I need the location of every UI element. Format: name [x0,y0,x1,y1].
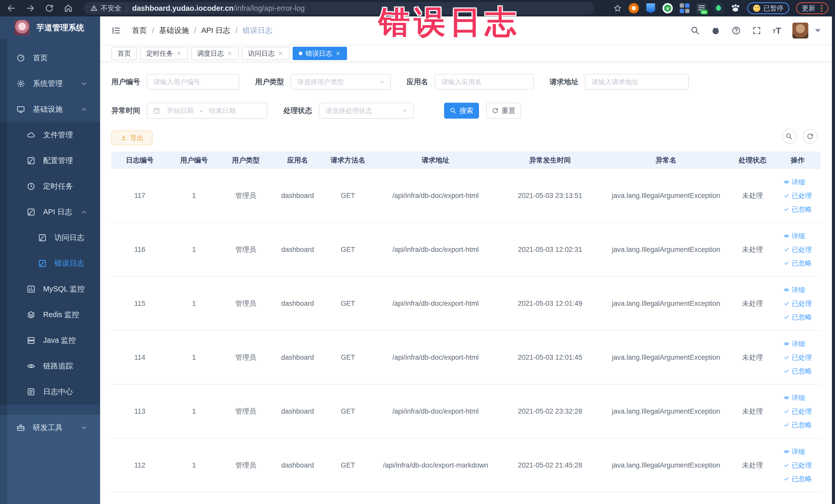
fullscreen-icon[interactable] [752,26,761,35]
action-link[interactable]: 已忽略 [783,475,812,483]
sidebar-item[interactable]: MySQL 监控 [0,276,100,302]
breadcrumb-item[interactable]: 首页 [132,25,147,36]
page-tab[interactable]: 调度日志 [191,47,239,60]
address-bar[interactable]: 不安全 dashboard.yudao.iocoder.cn /infra/lo… [84,2,594,14]
action-link[interactable]: 详细 [783,447,805,456]
profile-paused-chip[interactable]: 已暂停 [747,2,789,14]
cell-method: GET [323,300,372,308]
action-link[interactable]: 详细 [783,285,805,295]
sidebar-item[interactable]: API 日志 [0,199,100,225]
back-icon[interactable] [7,4,16,13]
action-link[interactable]: 已忽略 [783,367,812,376]
search-icon[interactable] [691,26,700,35]
close-tab-icon[interactable] [278,51,283,56]
app-name-input[interactable] [435,74,534,90]
forward-icon[interactable] [26,4,35,13]
help-icon[interactable] [732,26,741,35]
sidebar-item[interactable]: 首页 [0,45,100,71]
sidebar-item[interactable]: 文件管理 [0,122,100,148]
font-size-icon[interactable]: TT [773,27,781,35]
action-link[interactable]: 已处理 [783,407,812,416]
action-link[interactable]: 已处理 [783,245,812,254]
collapse-sidebar-icon[interactable] [111,26,121,36]
action-link[interactable]: 已忽略 [783,259,812,268]
sidebar-item[interactable]: 链路追踪 [0,353,100,379]
home-icon[interactable] [64,4,73,13]
user-id-input[interactable] [147,74,239,90]
orange-extension-icon[interactable] [629,3,639,13]
action-link[interactable]: 已处理 [783,191,812,200]
page-tab[interactable]: 定时任务 [140,47,188,60]
user-type-select[interactable]: 请选择用户类型 [290,74,391,90]
avatar[interactable] [792,23,808,39]
date-range-picker[interactable]: 开始日期 - 结束日期 [147,103,267,119]
export-button[interactable]: 导出 [111,130,152,145]
close-tab-icon[interactable] [176,51,182,56]
sidebar-item[interactable]: 访问日志 [0,225,100,250]
breadcrumb-item[interactable]: 基础设施 [159,25,189,36]
action-link[interactable]: 详细 [783,231,805,241]
browser-update-button[interactable]: 更新 [796,2,828,14]
green-check-extension-icon[interactable]: v [663,3,673,13]
filter-user-id: 用户编号 [111,74,239,90]
action-label: 详细 [792,447,805,456]
emoji-face-icon [753,5,760,12]
cell-user_id: 1 [168,407,220,416]
close-tab-icon[interactable] [227,51,232,56]
search-icon [786,133,793,140]
paw-extension-icon[interactable] [730,3,740,13]
github-icon[interactable] [711,26,720,35]
action-link[interactable]: 详细 [783,394,805,402]
action-link[interactable]: 已处理 [783,461,812,470]
action-link[interactable]: 已处理 [783,353,812,362]
sidebar-item[interactable]: 定时任务 [0,174,100,199]
search-button[interactable]: 搜索 [444,103,479,119]
sidebar-item[interactable]: 基础设施 [0,97,100,122]
filter-app-name: 应用名 [407,74,534,90]
action-link[interactable]: 已忽略 [783,313,812,322]
gear-icon [16,79,25,88]
sidebar-item[interactable]: Redis 监控 [0,302,100,328]
header-actions: TT [691,23,821,39]
close-tab-icon[interactable] [335,51,341,56]
caret-down-icon[interactable] [815,29,821,32]
action-link[interactable]: 已忽略 [783,205,812,214]
action-link[interactable]: 已忽略 [783,421,812,429]
proxy-extension-icon[interactable]: on [696,3,707,13]
proxy-on-badge: on [700,10,708,15]
sprout-extension-icon[interactable] [713,3,724,13]
cell-app: dashboard [271,246,323,254]
sidebar-item[interactable]: 日志中心 [0,379,100,405]
action-link[interactable]: 详细 [783,339,805,348]
export-button-label: 导出 [130,134,143,142]
sidebar-item[interactable]: 研发工具 [0,415,100,441]
browser-menu-icon[interactable] [821,7,822,9]
page-tab[interactable]: 错误日志 [292,47,347,60]
sidebar-item[interactable]: Java 监控 [0,328,100,353]
grid-extension-icon[interactable] [679,3,690,13]
refresh-table-button[interactable] [803,129,817,144]
sidebar-item[interactable]: 配置管理 [0,148,100,174]
sidebar-item[interactable]: 错误日志 [0,250,100,276]
toggle-search-button[interactable] [781,129,796,144]
end-date-placeholder: 结束日期 [209,106,236,115]
reset-button[interactable]: 重置 [486,103,521,119]
action-label: 详细 [792,178,805,187]
action-link[interactable]: 详细 [783,178,805,187]
cell-app: dashboard [271,407,323,416]
shield-extension-icon[interactable] [646,3,656,13]
breadcrumb-separator: / [152,26,154,35]
cell-time: 2021-05-03 23:13:51 [499,192,602,200]
process-status-select[interactable]: 请选择处理状态 [319,103,414,119]
cell-status: 未处理 [731,353,774,362]
request-url-input[interactable] [585,74,689,90]
bookmark-star-icon[interactable] [613,4,622,13]
page-tab[interactable]: 首页 [111,47,137,60]
page-scrollbar-strip[interactable] [832,16,835,504]
breadcrumb-item[interactable]: API 日志 [201,25,230,36]
sidebar-item[interactable]: 系统管理 [0,71,100,97]
action-link[interactable]: 已处理 [783,299,812,308]
reload-icon[interactable] [45,4,54,13]
app-logo-row[interactable]: 芋道管理系统 [0,16,100,39]
page-tab[interactable]: 访问日志 [242,47,289,60]
